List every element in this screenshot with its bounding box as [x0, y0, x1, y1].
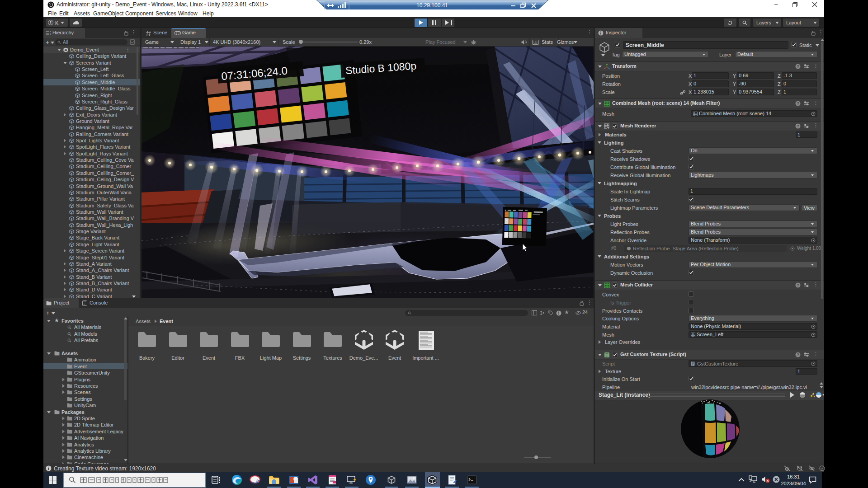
- svg-text:?: ?: [797, 101, 799, 106]
- svg-text:10.29.100.41: 10.29.100.41: [416, 2, 448, 9]
- svg-text:?: ?: [797, 352, 799, 357]
- svg-text:?: ?: [797, 64, 799, 69]
- svg-text:?: ?: [797, 283, 799, 287]
- svg-text:?: ?: [797, 124, 799, 128]
